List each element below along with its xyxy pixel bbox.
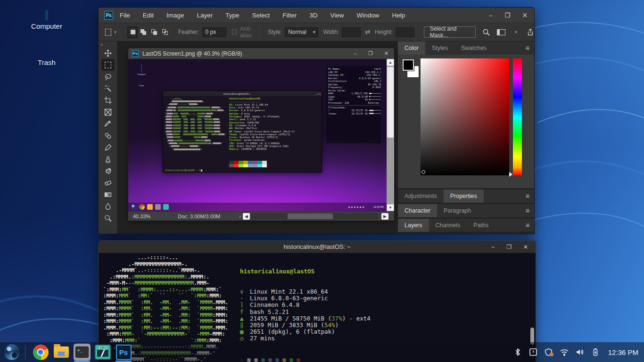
style-select[interactable]: Normal▾ (285, 27, 318, 37)
menu-3d[interactable]: 3D (309, 12, 317, 19)
vertical-scroll-thumb[interactable] (387, 67, 394, 138)
select-and-mask-button[interactable]: Select and Mask... (424, 26, 476, 38)
healing-brush-tool[interactable] (101, 130, 115, 141)
firewall-shield-icon[interactable] (544, 347, 553, 357)
tab-character[interactable]: Character (398, 204, 437, 217)
taskbar-cpu-tool-button[interactable]: CPU (92, 342, 113, 362)
selection-subtract-icon[interactable] (151, 29, 157, 36)
panel-menu-icon[interactable]: ≡ (526, 219, 534, 232)
workspace-chevron-icon[interactable]: ▾ (515, 30, 517, 34)
tab-paths[interactable]: Paths (467, 219, 495, 232)
feather-input[interactable]: 0 px (202, 27, 227, 37)
scroll-up-icon[interactable]: ▲ (387, 59, 394, 66)
tab-properties[interactable]: Properties (444, 189, 484, 203)
tab-swatches[interactable]: Swatches (454, 41, 493, 55)
tool-preset-icon[interactable] (105, 29, 111, 36)
selection-add-icon[interactable] (140, 29, 146, 36)
selection-intersect-icon[interactable] (162, 29, 168, 36)
doc-close-button[interactable]: ✕ (384, 50, 388, 57)
bluetooth-icon[interactable] (513, 347, 522, 357)
crop-tool[interactable] (101, 94, 115, 106)
zoom-level-field[interactable]: 40.33% (133, 214, 150, 219)
zoom-tool[interactable] (101, 212, 115, 224)
desktop-icon-computer[interactable]: Computer (18, 11, 75, 30)
tab-color[interactable]: Color (398, 41, 425, 55)
menu-edit[interactable]: Edit (143, 12, 154, 19)
clone-stamp-tool[interactable] (101, 153, 115, 165)
taskbar-files-button[interactable] (51, 342, 72, 362)
update-manager-icon[interactable] (528, 347, 538, 357)
tab-styles[interactable]: Styles (425, 41, 454, 55)
desktop-icon-trash[interactable]: ♻ Trash (18, 56, 75, 66)
width-input[interactable] (342, 27, 361, 37)
minimize-button[interactable]: – (489, 12, 492, 19)
menu-layer[interactable]: Layer (197, 12, 213, 19)
taskbar-chrome-button[interactable] (30, 342, 51, 362)
eyedropper-tool[interactable] (101, 118, 115, 130)
menu-select[interactable]: Select (252, 12, 270, 19)
battery-icon[interactable] (591, 347, 600, 357)
taskbar-clock[interactable]: 12:36 PM (608, 348, 638, 356)
share-icon[interactable] (527, 28, 534, 36)
lasso-tool[interactable] (101, 71, 115, 82)
menu-image[interactable]: Image (166, 12, 184, 19)
horizontal-scroll-thumb[interactable] (288, 214, 333, 219)
doc-maximize-button[interactable]: ❐ (368, 50, 373, 57)
vertical-scrollbar[interactable]: ▲ ▼ (387, 59, 394, 211)
swap-dimensions-icon[interactable] (364, 29, 371, 35)
panel-menu-icon[interactable]: ≡ (526, 189, 534, 203)
tab-layers[interactable]: Layers (398, 219, 429, 232)
terminal-maximize-button[interactable]: ❐ (506, 244, 512, 250)
selection-new-icon[interactable] (130, 29, 136, 36)
history-brush-tool[interactable] (101, 165, 115, 177)
tab-channels[interactable]: Channels (429, 219, 467, 232)
hue-slider[interactable] (513, 58, 522, 175)
move-tool[interactable] (101, 47, 115, 59)
toolbar-collapse-icon[interactable]: » (100, 42, 103, 47)
magic-wand-tool[interactable] (101, 82, 115, 94)
terminal-titlebar[interactable]: historicalinux@lastOS: ~ – ❐ ✕ (99, 241, 536, 253)
terminal-close-button[interactable]: ✕ (523, 244, 528, 250)
menu-view[interactable]: View (330, 12, 344, 19)
status-menu-arrow-icon[interactable]: › (239, 214, 241, 219)
workspace-icon[interactable] (497, 29, 505, 35)
tab-paragraph[interactable]: Paragraph (437, 204, 478, 217)
wifi-icon[interactable] (560, 347, 569, 357)
foreground-color-swatch[interactable] (403, 59, 414, 71)
blur-tool[interactable] (101, 200, 115, 212)
saturation-field[interactable] (421, 58, 509, 175)
brush-tool[interactable] (101, 141, 115, 153)
menu-filter[interactable]: Filter (282, 12, 297, 19)
color-cursor[interactable] (421, 170, 425, 174)
chevron-down-icon[interactable]: ▾ (114, 30, 116, 34)
frame-tool[interactable] (101, 106, 115, 118)
panel-menu-icon[interactable]: ≡ (526, 41, 534, 55)
menu-button[interactable] (3, 344, 20, 361)
search-icon[interactable] (482, 28, 490, 36)
anti-alias-checkbox[interactable] (232, 29, 237, 35)
maximize-button[interactable]: ❐ (504, 12, 510, 19)
height-input[interactable] (396, 27, 414, 37)
document-canvas[interactable]: Computer Trash PC Name:lastOSLAN IP:192.… (128, 59, 394, 211)
horizontal-scrollbar[interactable] (251, 213, 378, 220)
panel-menu-icon[interactable]: ≡ (526, 204, 534, 217)
menu-type[interactable]: Type (225, 12, 239, 19)
document-titlebar[interactable]: Ps LastOS Screen1.png @ 40.3% (RGB/8) – … (128, 48, 394, 59)
volume-icon[interactable] (575, 347, 585, 357)
tab-adjustments[interactable]: Adjustments (398, 189, 444, 203)
menu-help[interactable]: Help (392, 12, 405, 19)
scroll-down-icon[interactable]: ▼ (387, 204, 394, 211)
menu-file[interactable]: File (120, 12, 130, 19)
gradient-tool[interactable] (101, 189, 115, 200)
hue-marker-icon[interactable] (509, 172, 512, 177)
terminal-minimize-button[interactable]: – (491, 244, 495, 250)
eraser-tool[interactable] (101, 177, 115, 189)
rectangular-marquee-tool[interactable] (101, 59, 115, 71)
doc-minimize-button[interactable]: – (354, 50, 357, 57)
close-button[interactable]: ✕ (522, 12, 528, 19)
taskbar-terminal-button[interactable]: >_ (72, 342, 92, 362)
taskbar-photoshop-button[interactable]: Ps (113, 342, 134, 362)
scroll-left-icon[interactable]: ◀ (243, 213, 250, 220)
menu-window[interactable]: Window (356, 12, 379, 19)
scroll-right-icon[interactable]: ▶ (381, 213, 388, 220)
